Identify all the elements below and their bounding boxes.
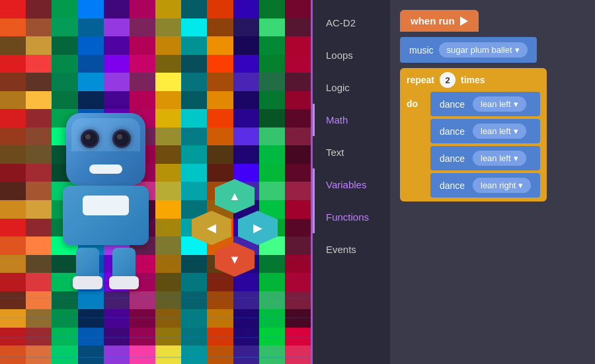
sidebar: AC-D2 Loops Logic Math Text Variables Fu… — [311, 0, 390, 364]
dance-block-1[interactable]: dance lean left ▾ — [430, 119, 540, 143]
sidebar-item-acd2[interactable]: AC-D2 — [313, 7, 390, 39]
dance-move-value-1: lean left — [481, 126, 511, 136]
robot-foot-left — [73, 276, 102, 289]
dropdown-arrow-icon: ▾ — [515, 45, 520, 55]
when-run-label: when run — [411, 15, 455, 26]
repeat-count-badge[interactable]: 2 — [440, 72, 456, 88]
when-run-row: when run — [400, 10, 585, 32]
robot-leg-left — [76, 248, 99, 284]
dance-label-3: dance — [440, 180, 467, 191]
sidebar-item-math[interactable]: Math — [313, 104, 390, 136]
repeat-block: repeat 2 times do dance lean left ▾ — [400, 68, 547, 201]
music-row: music sugar plum ballet ▾ — [400, 36, 585, 63]
music-label: music — [409, 45, 434, 55]
robot-eyes — [81, 129, 131, 148]
robot-legs — [40, 248, 172, 284]
play-icon — [460, 17, 468, 26]
dance-move-dropdown-2[interactable]: lean left ▾ — [473, 151, 526, 166]
dance-label-2: dance — [440, 153, 467, 164]
dropdown-arrow-dance-2: ▾ — [514, 153, 518, 163]
music-value-text: sugar plum ballet — [447, 45, 512, 55]
dropdown-arrow-dance-3: ▾ — [518, 180, 523, 190]
robot-eye-right — [112, 129, 131, 148]
hex-right-button[interactable]: ▶ — [238, 211, 278, 245]
dance-move-dropdown-3[interactable]: lean right ▾ — [473, 178, 531, 193]
hex-left-button[interactable]: ◀ — [192, 211, 231, 245]
sidebar-item-functions[interactable]: Functions — [313, 201, 390, 233]
sidebar-item-loops[interactable]: Loops — [313, 39, 390, 71]
robot-head — [66, 113, 145, 186]
robot — [40, 113, 172, 311]
hex-up-button[interactable]: ▲ — [215, 179, 255, 213]
dance-move-value-0: lean left — [481, 99, 511, 109]
do-label: do — [407, 98, 425, 109]
repeat-header: repeat 2 times — [407, 72, 540, 88]
hex-down-button[interactable]: ▼ — [215, 242, 255, 277]
repeat-block-row: repeat 2 times do dance lean left ▾ — [400, 67, 585, 201]
dance-block-2[interactable]: dance lean left ▾ — [430, 146, 540, 170]
robot-body — [63, 186, 149, 245]
robot-eye-left — [81, 129, 99, 148]
sidebar-item-events[interactable]: Events — [313, 233, 390, 266]
code-panel: when run music sugar plum ballet ▾ repea… — [390, 0, 595, 364]
times-label: times — [461, 75, 485, 85]
robot-scene: // Generate LED bars inline - we'll do i… — [0, 0, 311, 364]
dance-move-dropdown-1[interactable]: lean left ▾ — [473, 124, 526, 139]
dance-move-dropdown-0[interactable]: lean left ▾ — [473, 96, 526, 112]
dance-label-1: dance — [440, 126, 467, 137]
robot-leg-right — [112, 248, 136, 284]
sidebar-item-variables[interactable]: Variables — [313, 168, 390, 201]
hex-button-cluster: ▲ ▶ ◀ ▼ — [172, 166, 291, 298]
dance-block-0[interactable]: dance lean left ▾ — [430, 92, 540, 116]
repeat-do-section: do dance lean left ▾ dance lean left ▾ — [407, 92, 540, 198]
sidebar-item-text[interactable]: Text — [313, 136, 390, 168]
dance-block-3[interactable]: dance lean right ▾ — [430, 173, 540, 198]
when-run-block[interactable]: when run — [400, 10, 479, 32]
dropdown-arrow-dance-0: ▾ — [514, 99, 518, 109]
robot-mouth — [89, 164, 122, 174]
dance-label-0: dance — [440, 99, 467, 110]
dance-move-value-3: lean right — [481, 180, 516, 190]
dropdown-arrow-dance-1: ▾ — [514, 126, 518, 136]
sidebar-item-logic[interactable]: Logic — [313, 71, 390, 104]
repeat-label: repeat — [407, 75, 434, 85]
music-value-dropdown[interactable]: sugar plum ballet ▾ — [439, 42, 528, 57]
repeat-count-value: 2 — [445, 75, 450, 85]
dance-blocks-list: dance lean left ▾ dance lean left ▾ — [430, 92, 540, 198]
robot-foot-right — [109, 276, 139, 289]
dance-move-value-2: lean left — [481, 153, 511, 163]
music-block[interactable]: music sugar plum ballet ▾ — [400, 37, 537, 63]
